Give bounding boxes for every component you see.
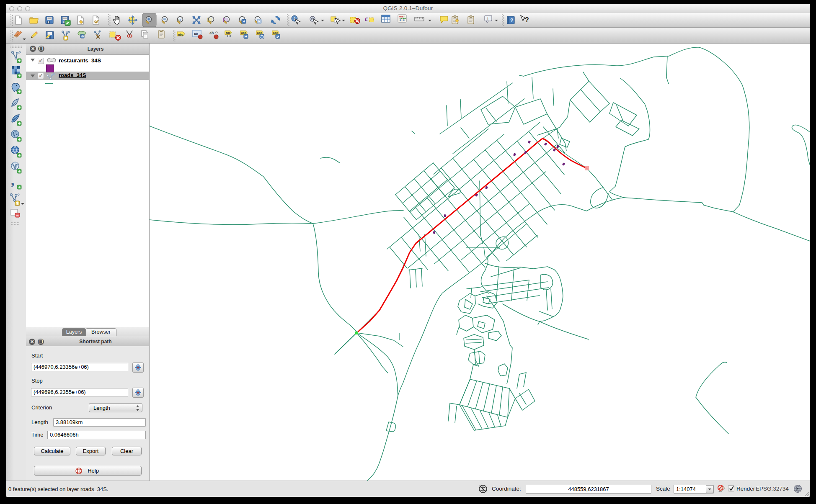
svg-text:?: ? (525, 16, 529, 23)
svg-text:ε: ε (365, 15, 368, 23)
svg-text:,: , (11, 172, 15, 188)
svg-text:1:1: 1:1 (177, 18, 181, 21)
svg-text:ab: ab (194, 32, 198, 36)
svg-text:T: T (487, 16, 489, 21)
svg-text:ab: ab (209, 31, 214, 35)
